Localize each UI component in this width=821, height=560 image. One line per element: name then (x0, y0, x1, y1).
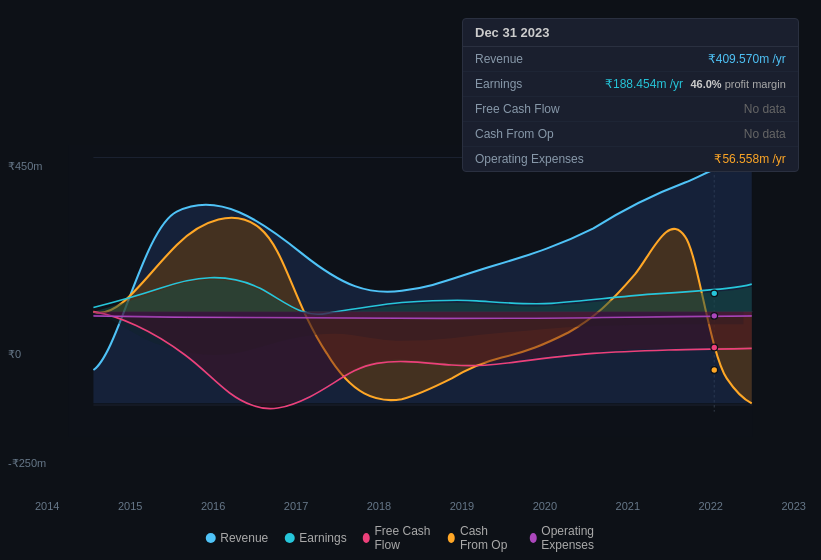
chart-svg (0, 145, 821, 495)
tooltip-label-earnings: Earnings (475, 77, 605, 91)
x-label-2017: 2017 (284, 500, 308, 512)
legend-item-revenue: Revenue (205, 531, 268, 545)
x-label-2020: 2020 (533, 500, 557, 512)
tooltip-value-opex: ₹56.558m /yr (714, 152, 785, 166)
legend-label-earnings: Earnings (299, 531, 346, 545)
x-label-2018: 2018 (367, 500, 391, 512)
x-label-2014: 2014 (35, 500, 59, 512)
tooltip-row-earnings: Earnings ₹188.454m /yr 46.0% profit marg… (463, 72, 798, 97)
tooltip-title: Dec 31 2023 (463, 19, 798, 47)
tooltip-card: Dec 31 2023 Revenue ₹409.570m /yr Earnin… (462, 18, 799, 172)
tooltip-label-fcf: Free Cash Flow (475, 102, 605, 116)
tooltip-row-cashfromop: Cash From Op No data (463, 122, 798, 147)
legend-label-opex: Operating Expenses (541, 524, 615, 552)
x-label-2019: 2019 (450, 500, 474, 512)
x-axis: 2014 2015 2016 2017 2018 2019 2020 2021 … (35, 500, 806, 512)
legend-dot-opex (529, 533, 536, 543)
x-label-2015: 2015 (118, 500, 142, 512)
legend-label-revenue: Revenue (220, 531, 268, 545)
legend-dot-revenue (205, 533, 215, 543)
tooltip-value-earnings: ₹188.454m /yr 46.0% profit margin (605, 77, 786, 91)
tooltip-value-fcf: No data (744, 102, 786, 116)
tooltip-value-cashfromop: No data (744, 127, 786, 141)
svg-point-7 (711, 367, 718, 374)
tooltip-label-opex: Operating Expenses (475, 152, 605, 166)
profit-margin: 46.0% profit margin (690, 78, 785, 90)
tooltip-row-opex: Operating Expenses ₹56.558m /yr (463, 147, 798, 171)
svg-point-6 (711, 290, 718, 297)
tooltip-label-cashfromop: Cash From Op (475, 127, 605, 141)
legend-item-fcf: Free Cash Flow (363, 524, 433, 552)
x-label-2022: 2022 (699, 500, 723, 512)
legend-dot-cashfromop (448, 533, 455, 543)
legend-label-cashfromop: Cash From Op (460, 524, 514, 552)
legend-dot-fcf (363, 533, 370, 543)
tooltip-label-revenue: Revenue (475, 52, 605, 66)
legend-item-earnings: Earnings (284, 531, 346, 545)
legend-item-cashfromop: Cash From Op (448, 524, 513, 552)
tooltip-row-fcf: Free Cash Flow No data (463, 97, 798, 122)
tooltip-row-revenue: Revenue ₹409.570m /yr (463, 47, 798, 72)
tooltip-value-revenue: ₹409.570m /yr (708, 52, 786, 66)
svg-point-9 (711, 313, 718, 320)
legend-dot-earnings (284, 533, 294, 543)
legend-item-opex: Operating Expenses (529, 524, 615, 552)
x-label-2016: 2016 (201, 500, 225, 512)
x-label-2023: 2023 (781, 500, 805, 512)
chart-legend: Revenue Earnings Free Cash Flow Cash Fro… (205, 524, 616, 552)
svg-point-8 (711, 344, 718, 351)
x-label-2021: 2021 (616, 500, 640, 512)
legend-label-fcf: Free Cash Flow (374, 524, 432, 552)
